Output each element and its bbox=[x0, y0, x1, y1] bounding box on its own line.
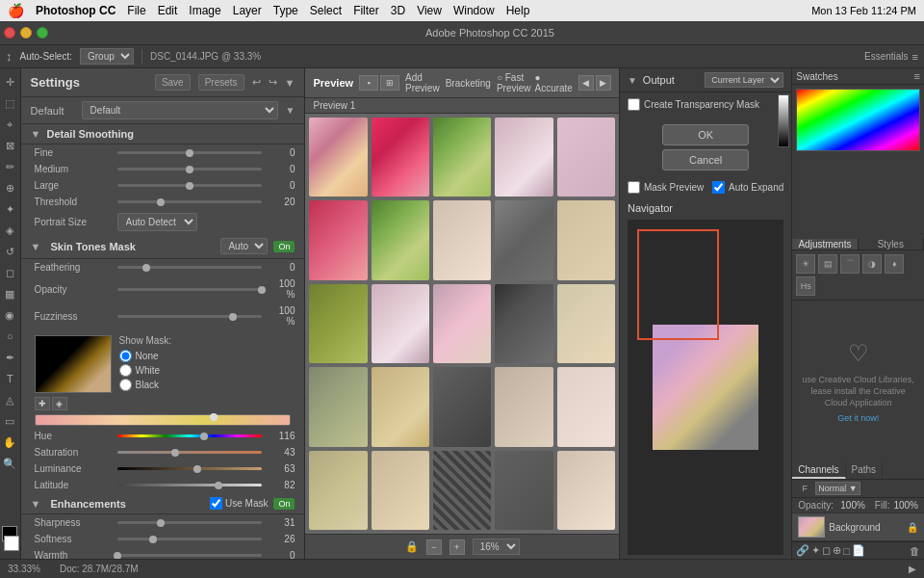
filter-layers-icon[interactable]: F bbox=[796, 482, 813, 495]
fine-slider[interactable] bbox=[117, 151, 263, 154]
adjustments-tab[interactable]: Adjustments bbox=[792, 239, 858, 250]
color-sampler-icon[interactable]: ✚ bbox=[35, 397, 50, 410]
skin-tones-on-button[interactable]: On bbox=[273, 241, 295, 252]
menu-layer[interactable]: Layer bbox=[233, 4, 262, 17]
output-mode-select[interactable]: Current Layer bbox=[705, 72, 783, 88]
preview-thumb-15[interactable] bbox=[557, 284, 615, 363]
hsl-adj-icon[interactable]: Hs bbox=[796, 276, 815, 296]
detail-smoothing-section[interactable]: ▼ Detail Smoothing bbox=[21, 124, 305, 144]
healing-tool-icon[interactable]: ⊕ bbox=[0, 178, 19, 197]
preview-thumb-5[interactable] bbox=[557, 118, 615, 197]
menu-filter[interactable]: Filter bbox=[353, 4, 379, 17]
hue-range-bar[interactable] bbox=[35, 414, 292, 426]
select-tool-icon[interactable]: ⬚ bbox=[0, 93, 19, 113]
create-transparency-checkbox[interactable] bbox=[628, 98, 640, 111]
brightness-adj-icon[interactable]: ☀ bbox=[796, 254, 815, 274]
use-mask-checkbox[interactable] bbox=[210, 497, 222, 510]
layer-effects-icon[interactable]: ✦ bbox=[811, 544, 820, 557]
preview-thumb-17[interactable] bbox=[372, 367, 429, 446]
preview-thumb-8[interactable] bbox=[433, 200, 491, 279]
settings-menu-icon[interactable]: ▼ bbox=[285, 77, 295, 89]
zoom-plus-btn[interactable]: + bbox=[449, 539, 465, 555]
gradient-tool-icon[interactable]: ▦ bbox=[0, 284, 19, 303]
undo-icon[interactable]: ↩ bbox=[252, 76, 261, 89]
warmth-slider[interactable] bbox=[117, 554, 263, 557]
menu-view[interactable]: View bbox=[417, 4, 442, 17]
preview-thumb-10[interactable] bbox=[557, 200, 615, 279]
eraser-tool-icon[interactable]: ◻ bbox=[0, 263, 19, 282]
cancel-button[interactable]: Cancel bbox=[662, 149, 749, 171]
lasso-tool-icon[interactable]: ⌖ bbox=[0, 115, 19, 134]
portrait-size-select[interactable]: Auto Detect bbox=[117, 213, 197, 231]
adjustment-layer-icon[interactable]: ⊕ bbox=[833, 544, 841, 557]
grid-view-icon[interactable]: ⊞ bbox=[380, 75, 399, 91]
link-layers-icon[interactable]: 🔗 bbox=[796, 544, 809, 557]
saturation-slider[interactable] bbox=[117, 451, 263, 454]
medium-slider[interactable] bbox=[117, 168, 263, 171]
path-tool-icon[interactable]: ◬ bbox=[0, 390, 19, 409]
auto-expand-checkbox[interactable] bbox=[712, 181, 725, 194]
preset-dropdown-icon[interactable]: ▼ bbox=[286, 105, 295, 116]
ok-button[interactable]: OK bbox=[662, 124, 749, 145]
redo-icon[interactable]: ↪ bbox=[269, 76, 277, 89]
text-tool-icon[interactable]: T bbox=[0, 369, 19, 388]
mask-white-option[interactable]: White bbox=[119, 364, 171, 377]
delete-layer-icon[interactable]: 🗑 bbox=[910, 545, 920, 557]
lock-icon[interactable]: 🔒 bbox=[405, 540, 419, 553]
hand-tool-icon[interactable]: ✋ bbox=[0, 433, 19, 452]
new-layer-icon[interactable]: 📄 bbox=[852, 544, 865, 557]
preview-tab[interactable]: Preview bbox=[313, 77, 353, 89]
clone-tool-icon[interactable]: ◈ bbox=[0, 221, 19, 240]
curves-adj-icon[interactable]: ⌒ bbox=[840, 254, 860, 274]
preview-thumb-13[interactable] bbox=[433, 284, 491, 363]
mask-black-option[interactable]: Black bbox=[119, 379, 171, 391]
paths-tab[interactable]: Paths bbox=[846, 462, 884, 479]
preview-thumb-11[interactable] bbox=[309, 284, 367, 363]
preview-thumb-24[interactable] bbox=[495, 451, 552, 530]
preview-thumb-2[interactable] bbox=[372, 118, 429, 197]
preview-thumb-3[interactable] bbox=[433, 118, 491, 197]
color-picker-icon[interactable]: ◈ bbox=[52, 397, 67, 410]
layer-mask-icon[interactable]: ◻ bbox=[822, 544, 831, 557]
brush-tool-icon[interactable]: ✦ bbox=[0, 199, 19, 219]
blur-tool-icon[interactable]: ◉ bbox=[0, 305, 19, 325]
mask-black-radio[interactable] bbox=[119, 379, 132, 391]
preview-thumb-9[interactable] bbox=[495, 200, 552, 279]
essentials-menu-icon[interactable]: ≡ bbox=[912, 51, 918, 63]
enhancements-on-button[interactable]: On bbox=[273, 498, 295, 510]
preview-thumb-19[interactable] bbox=[495, 367, 552, 446]
brightness-bar[interactable] bbox=[778, 94, 789, 147]
channels-tab[interactable]: Channels bbox=[792, 462, 845, 479]
dodge-tool-icon[interactable]: ○ bbox=[0, 327, 19, 346]
navigator-preview[interactable] bbox=[628, 220, 783, 555]
get-it-now-link[interactable]: Get it now! bbox=[837, 413, 879, 423]
fast-preview-radio[interactable]: ○ Fast Preview bbox=[497, 72, 531, 93]
menu-window[interactable]: Window bbox=[453, 4, 495, 17]
preview-thumb-23[interactable] bbox=[433, 451, 491, 530]
mask-none-option[interactable]: None bbox=[119, 350, 171, 362]
preview-thumb-25[interactable] bbox=[557, 451, 615, 530]
large-slider[interactable] bbox=[117, 184, 263, 187]
layer-mode-select[interactable]: Normal ▼ bbox=[815, 482, 860, 495]
latitude-slider[interactable] bbox=[117, 484, 263, 486]
preview-thumb-1[interactable] bbox=[309, 118, 367, 197]
opacity-slider[interactable] bbox=[117, 288, 263, 291]
mask-none-radio[interactable] bbox=[119, 350, 132, 362]
zoom-minus-btn[interactable]: − bbox=[426, 539, 442, 555]
background-color-icon[interactable] bbox=[4, 536, 19, 551]
vibrance-adj-icon[interactable]: ♦ bbox=[885, 254, 904, 274]
mask-white-radio[interactable] bbox=[119, 364, 132, 377]
play-btn[interactable]: ▶ bbox=[909, 564, 916, 574]
levels-adj-icon[interactable]: ▤ bbox=[818, 254, 837, 274]
preview-thumb-12[interactable] bbox=[372, 284, 429, 363]
layer-item-background[interactable]: Background 🔒 bbox=[792, 513, 924, 541]
color-picker[interactable] bbox=[35, 335, 112, 393]
preview-thumb-20[interactable] bbox=[557, 367, 615, 446]
styles-tab[interactable]: Styles bbox=[859, 239, 924, 250]
pen-tool-icon[interactable]: ✒ bbox=[0, 348, 19, 367]
move-tool-icon[interactable]: ✛ bbox=[0, 72, 19, 92]
zoom-select[interactable]: 16% bbox=[473, 539, 520, 555]
menu-3d[interactable]: 3D bbox=[391, 4, 405, 17]
menu-edit[interactable]: Edit bbox=[158, 4, 178, 17]
close-window-button[interactable] bbox=[4, 27, 15, 39]
